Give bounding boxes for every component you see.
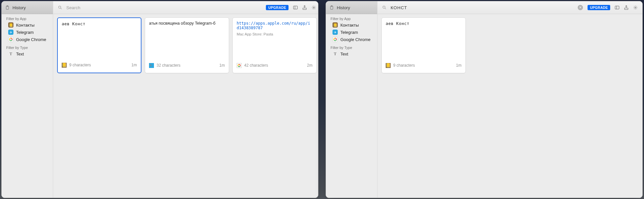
card-meta: 9 characters: [69, 63, 91, 67]
sidebar-item-label: Text: [340, 52, 348, 56]
search-input[interactable]: [390, 5, 576, 11]
card-age: 1m: [219, 63, 225, 68]
filter-by-type-heading: Filter by Type: [2, 43, 53, 50]
card-age: 2m: [307, 63, 312, 68]
card-footer: ✈ 32 characters 1m: [145, 60, 229, 73]
contacts-icon: 📒: [62, 63, 67, 68]
svg-point-10: [383, 6, 385, 8]
clear-search-button[interactable]: ✕: [578, 5, 583, 10]
sidebar-app-contacts[interactable]: 📒 Контакты: [2, 21, 53, 29]
app-window: History Filter by App 📒 Контакты ✈ Teleg…: [1, 1, 318, 198]
search-icon: [58, 5, 62, 10]
svg-point-2: [58, 6, 61, 8]
contacts-icon: 📒: [333, 22, 338, 28]
cards-grid: аев Конст 📒 9 characters 1m атья посвяще…: [53, 14, 318, 198]
search-input[interactable]: [66, 5, 264, 11]
svg-line-11: [385, 8, 386, 9]
sidebar: History Filter by App 📒 Контакты ✈ Teleg…: [326, 1, 377, 198]
clip-card[interactable]: аев Конст 📒 9 characters 1m: [381, 17, 466, 73]
sidebar-app-contacts[interactable]: 📒 Контакты: [326, 21, 377, 29]
upgrade-button[interactable]: UPGRADE: [588, 5, 610, 10]
clip-card[interactable]: аев Конст 📒 9 characters 1m: [57, 17, 141, 73]
search-icon: [382, 5, 387, 10]
share-button[interactable]: [301, 4, 308, 11]
card-footer: 📒 9 characters 1m: [382, 60, 465, 73]
layout-toggle-button[interactable]: [613, 4, 621, 11]
card-body: аев Конст: [382, 18, 465, 60]
contacts-icon: 📒: [386, 63, 391, 68]
sidebar-app-telegram[interactable]: ✈ Telegram: [326, 29, 377, 36]
clip-card[interactable]: атья посвящена обзору Telegram-б ✈ 32 ch…: [145, 17, 229, 73]
svg-point-7: [313, 7, 314, 8]
telegram-icon: ✈: [333, 30, 338, 35]
text-type-icon: T: [333, 51, 338, 56]
card-body: аев Конст: [58, 18, 141, 60]
card-link: https://apps.apple.com/ru/app/id14383897…: [237, 21, 310, 30]
sidebar-titlebar: History: [2, 1, 53, 14]
toolbar: UPGRADE: [53, 1, 318, 14]
sidebar-titlebar: History: [326, 1, 377, 14]
svg-point-15: [635, 7, 636, 8]
sidebar-type-text[interactable]: T Text: [326, 50, 377, 57]
layout-toggle-button[interactable]: [292, 4, 299, 11]
svg-rect-12: [615, 6, 619, 9]
card-meta: 32 characters: [157, 63, 181, 68]
clipboard-icon: [5, 5, 10, 10]
main-panel: ✕ UPGRADE аев Конст 📒 9 characters 1m: [377, 1, 642, 198]
card-text: аев Конст: [62, 21, 85, 26]
sidebar-app-telegram[interactable]: ✈ Telegram: [2, 29, 53, 36]
filter-by-app-heading: Filter by App: [2, 14, 53, 21]
sidebar: History Filter by App 📒 Контакты ✈ Teleg…: [2, 1, 53, 198]
cards-grid: аев Конст 📒 9 characters 1m: [377, 14, 642, 198]
sidebar-title: History: [337, 5, 350, 10]
sidebar-app-chrome[interactable]: Google Chrome: [326, 36, 377, 43]
filter-by-type-heading: Filter by Type: [326, 43, 377, 50]
svg-rect-14: [625, 8, 628, 10]
contacts-icon: 📒: [8, 22, 13, 28]
sidebar-item-label: Контакты: [340, 23, 359, 28]
card-age: 1m: [456, 63, 462, 68]
sidebar-item-label: Text: [16, 52, 24, 56]
card-body: https://apps.apple.com/ru/app/id14383897…: [233, 18, 316, 60]
sidebar-item-label: Google Chrome: [340, 37, 371, 42]
clipboard-icon: [329, 5, 334, 10]
card-meta: 42 characters: [244, 63, 268, 68]
clip-card[interactable]: https://apps.apple.com/ru/app/id14383897…: [232, 17, 317, 73]
svg-rect-6: [303, 8, 307, 10]
chrome-icon: [8, 37, 13, 42]
card-body: атья посвящена обзору Telegram-б: [145, 18, 229, 60]
upgrade-button[interactable]: UPGRADE: [266, 5, 289, 10]
sidebar-item-label: Google Chrome: [16, 37, 46, 42]
toolbar: ✕ UPGRADE: [377, 1, 642, 14]
sidebar-item-label: Telegram: [340, 30, 358, 35]
card-meta: 9 characters: [393, 63, 415, 68]
settings-button[interactable]: [310, 4, 317, 11]
card-age: 1m: [131, 63, 137, 67]
sidebar-item-label: Контакты: [16, 23, 34, 28]
card-text: аев Конст: [386, 21, 409, 26]
app-window: History Filter by App 📒 Контакты ✈ Teleg…: [326, 1, 643, 198]
text-type-icon: T: [8, 51, 13, 56]
sidebar-type-text[interactable]: T Text: [2, 50, 53, 57]
svg-rect-4: [293, 6, 297, 9]
card-subtitle: Mac App Store: Pasta: [237, 32, 312, 36]
svg-line-3: [61, 8, 62, 9]
card-text: атья посвящена обзору Telegram-б: [149, 21, 215, 26]
sidebar-title: History: [12, 5, 26, 10]
chrome-icon: [333, 37, 338, 42]
sidebar-app-chrome[interactable]: Google Chrome: [2, 36, 53, 43]
card-footer: 📒 9 characters 1m: [58, 60, 141, 73]
chrome-icon: [237, 63, 242, 68]
settings-button[interactable]: [632, 4, 639, 11]
card-footer: 42 characters 2m: [233, 60, 316, 73]
telegram-icon: ✈: [8, 30, 13, 35]
telegram-icon: ✈: [149, 63, 154, 68]
share-button[interactable]: [623, 4, 630, 11]
sidebar-item-label: Telegram: [16, 30, 33, 35]
filter-by-app-heading: Filter by App: [326, 14, 377, 21]
main-panel: UPGRADE аев Конст 📒 9 characters 1m: [53, 1, 318, 198]
